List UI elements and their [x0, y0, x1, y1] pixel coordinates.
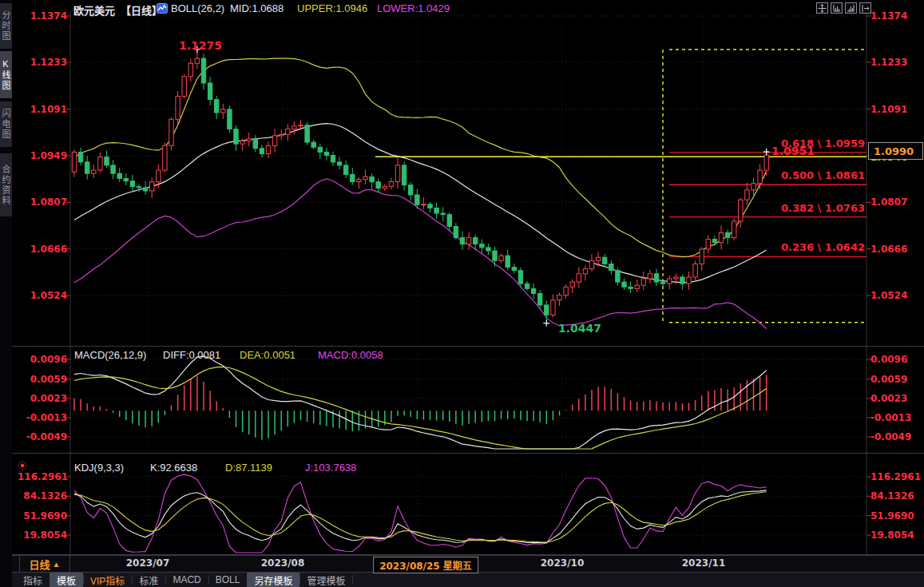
candle-body[interactable]: [272, 136, 276, 146]
candle-body[interactable]: [428, 204, 432, 208]
sidebar-tab-4[interactable]: 合约资料: [0, 153, 12, 216]
candle-body[interactable]: [286, 129, 290, 135]
candle-body[interactable]: [764, 155, 768, 170]
candle-body[interactable]: [234, 129, 238, 145]
toolbar-tab-6[interactable]: BOLL: [208, 573, 248, 587]
candle-body[interactable]: [228, 109, 232, 129]
toolbar-tab-3[interactable]: VIP指标: [83, 573, 132, 587]
sidebar-tab-3[interactable]: 闪电图: [0, 101, 12, 147]
candle-body[interactable]: [564, 287, 568, 295]
candle-body[interactable]: [506, 256, 510, 267]
candle-body[interactable]: [512, 268, 516, 271]
candle-body[interactable]: [247, 139, 251, 141]
candle-body[interactable]: [434, 208, 438, 213]
candle-body[interactable]: [266, 145, 270, 153]
candle-body[interactable]: [188, 63, 192, 76]
candle-body[interactable]: [531, 288, 535, 293]
candle-body[interactable]: [725, 232, 729, 237]
candle-body[interactable]: [616, 271, 620, 282]
candle-body[interactable]: [389, 182, 393, 187]
candle-body[interactable]: [415, 195, 419, 204]
candle-body[interactable]: [143, 188, 147, 191]
candle-body[interactable]: [706, 240, 710, 249]
candle-body[interactable]: [344, 165, 348, 174]
candle-body[interactable]: [351, 174, 355, 181]
candle-body[interactable]: [596, 257, 600, 260]
candle-body[interactable]: [201, 58, 205, 83]
candle-body[interactable]: [493, 251, 497, 260]
candle-body[interactable]: [486, 248, 490, 251]
candle-body[interactable]: [208, 83, 212, 100]
toolbar-tab-5[interactable]: MACD: [165, 573, 208, 587]
candle-body[interactable]: [551, 300, 555, 315]
candle-body[interactable]: [280, 134, 284, 135]
candle-body[interactable]: [518, 271, 522, 284]
boll-title[interactable]: BOLL(26,2): [171, 2, 224, 14]
candle-body[interactable]: [111, 165, 115, 173]
candle-body[interactable]: [712, 240, 716, 243]
candle-body[interactable]: [499, 256, 503, 260]
candle-body[interactable]: [441, 213, 445, 215]
candle-body[interactable]: [182, 77, 186, 97]
candle-body[interactable]: [629, 287, 633, 288]
candle-body[interactable]: [577, 274, 581, 282]
candle-body[interactable]: [466, 238, 470, 244]
candle-body[interactable]: [460, 238, 464, 244]
candle-body[interactable]: [105, 157, 109, 165]
candle-body[interactable]: [311, 142, 315, 147]
alert-icon[interactable]: [17, 460, 28, 471]
candle-body[interactable]: [622, 282, 626, 287]
candle-body[interactable]: [337, 162, 341, 165]
candle-body[interactable]: [732, 221, 736, 238]
candle-body[interactable]: [700, 249, 704, 264]
toolbar-tab-4[interactable]: 标准: [132, 573, 165, 587]
candle-body[interactable]: [92, 170, 96, 173]
candle-body[interactable]: [680, 277, 684, 284]
candle-body[interactable]: [589, 260, 593, 268]
candle-body[interactable]: [480, 244, 484, 248]
candle-body[interactable]: [150, 182, 154, 191]
candle-body[interactable]: [674, 277, 678, 279]
candle-body[interactable]: [163, 145, 167, 170]
axis-scale-right-icon[interactable]: [845, 2, 857, 14]
candle-body[interactable]: [292, 126, 296, 129]
candle-body[interactable]: [422, 204, 426, 205]
candle-body[interactable]: [137, 187, 141, 188]
candle-body[interactable]: [78, 152, 82, 161]
candle-body[interactable]: [305, 125, 309, 142]
price-target-box[interactable]: 1.0990: [868, 142, 923, 160]
candle-body[interactable]: [454, 227, 458, 238]
candle-body[interactable]: [98, 157, 102, 170]
candle-body[interactable]: [370, 176, 374, 181]
candle-body[interactable]: [557, 295, 561, 300]
period-selector[interactable]: 日线▲: [19, 556, 70, 572]
pan-right-icon[interactable]: [859, 2, 871, 14]
candle-body[interactable]: [402, 165, 406, 185]
candle-body[interactable]: [687, 277, 691, 284]
candle-body[interactable]: [260, 149, 264, 154]
candle-body[interactable]: [641, 279, 645, 285]
candle-body[interactable]: [383, 186, 387, 188]
candle-body[interactable]: [331, 156, 335, 162]
candle-body[interactable]: [693, 264, 697, 276]
candle-body[interactable]: [583, 269, 587, 274]
move-icon[interactable]: [816, 2, 828, 14]
candle-body[interactable]: [318, 147, 322, 152]
candle-body[interactable]: [648, 274, 652, 279]
candle-body[interactable]: [395, 165, 399, 182]
sidebar-tab-1[interactable]: 分时图: [0, 3, 12, 49]
candle-body[interactable]: [603, 257, 607, 264]
candle-body[interactable]: [538, 294, 542, 305]
candle-body[interactable]: [751, 184, 755, 190]
candle-body[interactable]: [176, 96, 180, 119]
candle-body[interactable]: [124, 178, 128, 180]
axis-scale-left-icon[interactable]: [831, 2, 843, 14]
candle-body[interactable]: [474, 238, 478, 244]
candle-body[interactable]: [357, 180, 361, 182]
candle-body[interactable]: [570, 282, 574, 287]
candle-body[interactable]: [240, 141, 244, 145]
candle-body[interactable]: [169, 119, 173, 145]
candle-body[interactable]: [195, 58, 199, 63]
candle-body[interactable]: [745, 190, 749, 200]
candle-body[interactable]: [376, 182, 380, 188]
